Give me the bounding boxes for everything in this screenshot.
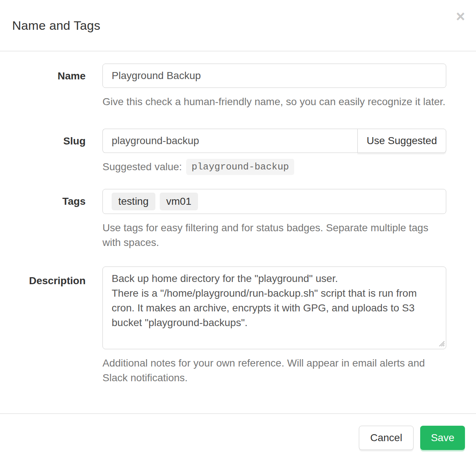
description-help-text: Additional notes for your own reference.…: [102, 356, 446, 385]
modal-title: Name and Tags: [12, 18, 100, 33]
description-label: Description: [0, 267, 86, 385]
modal-header: Name and Tags ×: [0, 0, 476, 51]
suggested-value-prefix: Suggested value:: [102, 161, 182, 173]
slug-input-group: Use Suggested: [102, 129, 446, 153]
name-label: Name: [0, 64, 86, 109]
tags-row: Tags testing vm01 Use tags for easy filt…: [0, 189, 476, 250]
slug-label: Slug: [0, 129, 86, 175]
suggested-value-code: playground-backup: [186, 159, 294, 175]
tag-chip: testing: [112, 193, 155, 210]
use-suggested-button[interactable]: Use Suggested: [357, 129, 446, 153]
tags-field[interactable]: testing vm01: [102, 189, 446, 214]
tags-help-text: Use tags for easy filtering and for stat…: [102, 221, 446, 250]
modal-body: Name Give this check a human-friendly na…: [0, 51, 476, 385]
suggested-value-line: Suggested value: playground-backup: [102, 159, 446, 175]
tags-label: Tags: [0, 189, 86, 250]
name-and-tags-modal: Name and Tags × Name Give this check a h…: [0, 0, 476, 461]
modal-footer: Cancel Save: [0, 413, 476, 450]
description-row: Description Back up home directory for t…: [0, 267, 476, 385]
slug-row: Slug Use Suggested Suggested value: play…: [0, 129, 476, 175]
tag-chip: vm01: [160, 193, 198, 210]
description-textarea[interactable]: Back up home directory for the "playgrou…: [102, 267, 446, 349]
slug-input[interactable]: [102, 129, 357, 153]
name-input[interactable]: [102, 64, 446, 88]
cancel-button[interactable]: Cancel: [359, 426, 414, 450]
close-icon[interactable]: ×: [456, 9, 465, 24]
name-help-text: Give this check a human-friendly name, s…: [102, 94, 446, 109]
name-row: Name Give this check a human-friendly na…: [0, 64, 476, 109]
save-button[interactable]: Save: [420, 426, 465, 450]
